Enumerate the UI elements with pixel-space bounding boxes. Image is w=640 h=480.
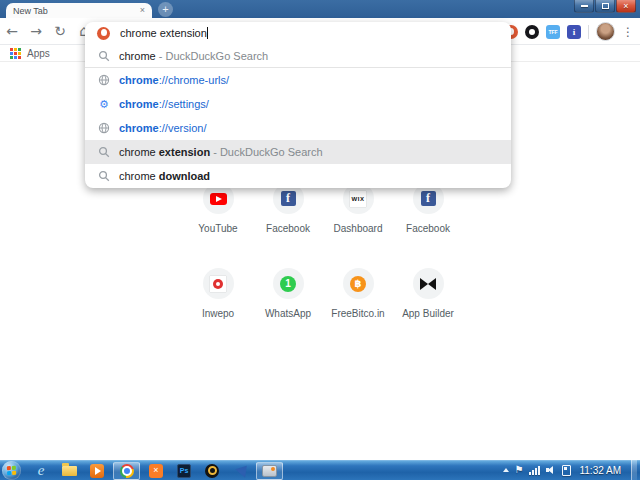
taskbar-image-app-active[interactable] <box>256 462 283 480</box>
xampp-icon: × <box>149 464 163 478</box>
close-icon: × <box>623 2 628 11</box>
shortcut-freebitcoin[interactable]: ฿ FreeBitco.in <box>323 268 393 319</box>
tab-title: New Tab <box>13 6 48 16</box>
minimize-button[interactable] <box>574 0 594 13</box>
suggestion-chrome-version[interactable]: chrome://version/ <box>85 116 511 140</box>
forward-icon[interactable]: → <box>24 23 48 39</box>
show-desktop-button[interactable] <box>631 460 637 480</box>
taskbar-clock[interactable]: 11:32 AM <box>577 465 625 476</box>
start-button[interactable] <box>2 461 21 480</box>
media-player-icon <box>90 464 104 478</box>
suggestion-chrome-urls[interactable]: chrome://chrome-urls/ <box>85 68 511 92</box>
taskbar-internet-explorer[interactable]: e <box>27 461 55 480</box>
search-icon <box>98 170 110 182</box>
dark-extension-icon[interactable] <box>525 25 539 39</box>
tab-new-tab[interactable]: New Tab × <box>6 3 152 18</box>
apps-grid-icon <box>10 48 21 59</box>
shortcut-app-builder[interactable]: App Builder <box>393 268 463 319</box>
shortcut-whatsapp[interactable]: 1 WhatsApp <box>253 268 323 319</box>
text-caret <box>207 27 208 39</box>
toolbar-separator <box>588 25 589 39</box>
network-signal-icon[interactable] <box>529 466 540 475</box>
address-input[interactable]: chrome extension <box>120 27 208 39</box>
suggestion-chrome-download[interactable]: chrome download <box>85 164 511 188</box>
chrome-icon <box>120 464 134 478</box>
tab-close-icon[interactable]: × <box>140 6 145 15</box>
taskbar-media-player[interactable] <box>83 461 111 480</box>
shortcut-grid: YouTube f Facebook WIX Dashboard f Faceb… <box>183 183 465 319</box>
profile-avatar[interactable] <box>596 22 615 41</box>
maximize-button[interactable] <box>595 0 615 13</box>
globe-icon <box>98 74 110 86</box>
close-button[interactable]: × <box>616 0 636 13</box>
shortcut-facebook-2[interactable]: f Facebook <box>393 183 463 234</box>
windows-logo-icon <box>7 466 16 475</box>
back-icon[interactable]: ← <box>0 23 24 39</box>
taskbar-dark-app[interactable] <box>198 461 226 480</box>
browser-titlebar: New Tab × + × <box>0 0 640 18</box>
internet-explorer-icon: e <box>38 463 45 478</box>
address-bar[interactable]: chrome extension <box>85 22 511 44</box>
dark-app-icon <box>205 464 219 478</box>
new-tab-button[interactable]: + <box>158 2 173 17</box>
search-icon <box>98 146 110 158</box>
suggestion-chrome-extension[interactable]: chrome extension - DuckDuckGo Search <box>85 140 511 164</box>
volume-icon[interactable] <box>546 465 556 475</box>
shortcut-youtube[interactable]: YouTube <box>183 183 253 234</box>
globe-icon <box>98 122 110 134</box>
info-extension-icon[interactable]: i <box>567 25 581 39</box>
taskbar-blue-app[interactable] <box>226 461 254 480</box>
refresh-icon[interactable]: ↻ <box>48 23 72 39</box>
toolbar-actions: TFF i ⋮ <box>504 18 640 45</box>
shortcut-inwepo[interactable]: Inwepo <box>183 268 253 319</box>
whatsapp-icon: 1 <box>273 268 304 299</box>
taskbar-chrome-active[interactable] <box>113 462 140 480</box>
tff-extension-icon[interactable]: TFF <box>546 25 560 39</box>
gear-icon: ⚙ <box>98 99 110 110</box>
show-hidden-icons-icon[interactable] <box>503 468 509 472</box>
omnibox-dropdown: chrome extension chrome - DuckDuckGo Sea… <box>85 22 511 188</box>
blue-app-icon <box>234 464 247 477</box>
window-controls: × <box>573 0 636 13</box>
search-icon <box>98 50 110 62</box>
shortcut-facebook[interactable]: f Facebook <box>253 183 323 234</box>
suggestion-chrome-search[interactable]: chrome - DuckDuckGo Search <box>85 44 511 68</box>
minimize-icon <box>581 5 588 7</box>
system-tray: ⚑ 11:32 AM <box>503 460 637 480</box>
folder-icon <box>62 466 77 476</box>
shortcut-dashboard[interactable]: WIX Dashboard <box>323 183 393 234</box>
power-icon[interactable] <box>562 465 571 476</box>
bowtie-icon <box>413 268 444 299</box>
menu-icon[interactable]: ⋮ <box>622 26 634 38</box>
apps-bookmark[interactable]: Apps <box>27 48 50 59</box>
photoshop-icon: Ps <box>177 464 191 478</box>
image-app-icon <box>262 465 277 477</box>
duckduckgo-favicon <box>97 27 110 40</box>
suggestion-chrome-settings[interactable]: ⚙ chrome://settings/ <box>85 92 511 116</box>
taskbar-photoshop[interactable]: Ps <box>170 461 198 480</box>
bitcoin-icon: ฿ <box>343 268 374 299</box>
taskbar-xampp[interactable]: × <box>142 461 170 480</box>
desktop: New Tab × + × ← → ↻ ⌂ TFF i ⋮ <box>0 0 640 480</box>
action-center-flag-icon[interactable]: ⚑ <box>515 465 524 475</box>
inwepo-icon <box>203 268 234 299</box>
maximize-icon <box>602 3 609 9</box>
taskbar-file-explorer[interactable] <box>55 461 83 480</box>
